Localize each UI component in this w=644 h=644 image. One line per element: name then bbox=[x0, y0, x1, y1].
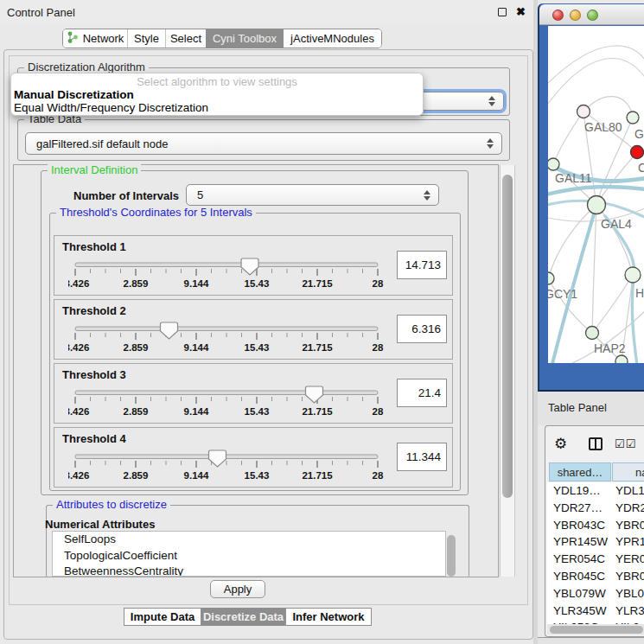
table-row[interactable]: YER054CYER0 bbox=[547, 551, 644, 568]
svg-text:2.859: 2.859 bbox=[124, 470, 149, 481]
svg-text:21.715: 21.715 bbox=[302, 406, 333, 417]
algorithm-option-0[interactable]: Manual Discretization bbox=[14, 88, 134, 101]
tab-infer-network[interactable]: Infer Network bbox=[285, 608, 372, 626]
table-header-shared[interactable]: shared… bbox=[549, 462, 611, 481]
numerical-attributes-label: Numerical Attributes bbox=[45, 518, 155, 531]
tab-discretize-data[interactable]: Discretize Data bbox=[201, 608, 285, 626]
cell-name: YER0 bbox=[615, 552, 644, 565]
svg-text:2.859: 2.859 bbox=[124, 406, 149, 417]
algorithm-dropdown-popup: Select algorithm to view settings Manual… bbox=[10, 73, 424, 116]
svg-text:21.715: 21.715 bbox=[302, 278, 333, 289]
float-window-icon[interactable] bbox=[498, 8, 507, 16]
svg-text:28: 28 bbox=[373, 470, 384, 481]
svg-text:9.144: 9.144 bbox=[184, 406, 209, 417]
threshold-slider[interactable]: -3.4262.8599.14415.4321.71528 bbox=[68, 447, 390, 487]
gear-icon[interactable]: ⚙ bbox=[554, 435, 567, 453]
algorithm-placeholder-item[interactable]: Select algorithm to view settings bbox=[11, 75, 423, 88]
svg-text:-3.426: -3.426 bbox=[68, 406, 89, 417]
attribute-item[interactable]: TopologicalCoefficient bbox=[53, 548, 445, 564]
svg-text:G.: G. bbox=[634, 127, 644, 141]
svg-text:-3.426: -3.426 bbox=[68, 278, 89, 289]
table-row[interactable]: YBR045CYBR0 bbox=[547, 568, 644, 585]
svg-text:15.43: 15.43 bbox=[245, 342, 270, 353]
mac-minimize-button[interactable] bbox=[570, 10, 581, 21]
threshold-label: Threshold 2 bbox=[62, 304, 126, 317]
tab-style[interactable]: Style bbox=[127, 29, 165, 48]
mac-zoom-button[interactable] bbox=[587, 10, 598, 21]
svg-text:GAL4: GAL4 bbox=[601, 217, 632, 231]
tab-network[interactable]: Network bbox=[63, 29, 127, 48]
svg-text:9.144: 9.144 bbox=[184, 342, 209, 353]
svg-text:2.859: 2.859 bbox=[124, 342, 149, 353]
select-columns-checkbox-icons[interactable]: ☑☑ bbox=[615, 437, 636, 450]
attribute-item[interactable]: SelfLoops bbox=[53, 532, 445, 548]
numerical-attributes-list[interactable]: SelfLoopsTopologicalCoefficientBetweenne… bbox=[52, 531, 446, 577]
panel-title: Control Panel bbox=[7, 6, 75, 19]
cell-shared-name: YBL079W bbox=[553, 587, 606, 600]
table-data-combo-value: galFiltered.sif default node bbox=[36, 137, 168, 150]
tab-label: Select bbox=[170, 32, 201, 45]
svg-text:15.43: 15.43 bbox=[245, 470, 270, 481]
split-columns-icon[interactable] bbox=[589, 437, 603, 450]
threshold-slider[interactable]: -3.4262.8599.14415.4321.71528 bbox=[68, 383, 390, 423]
number-of-intervals-label: Number of Intervals bbox=[73, 189, 179, 202]
tab-select[interactable]: Select bbox=[165, 29, 206, 48]
table-row[interactable]: YDL19…YDL1 bbox=[547, 482, 644, 500]
table-header-name[interactable]: na bbox=[612, 462, 644, 481]
number-of-intervals-value: 5 bbox=[197, 188, 203, 201]
number-of-intervals-combobox[interactable]: 5 bbox=[186, 184, 439, 206]
cell-name: YPR1 bbox=[615, 535, 644, 548]
table-data-combobox[interactable]: galFiltered.sif default node bbox=[25, 132, 502, 155]
threshold-value-field[interactable]: 14.713 bbox=[397, 251, 447, 279]
svg-text:28: 28 bbox=[373, 278, 384, 289]
tab-label: Cyni Toolbox bbox=[213, 32, 277, 45]
combo-stepper-icon bbox=[424, 190, 430, 201]
svg-text:21.715: 21.715 bbox=[302, 470, 333, 481]
threshold-slider[interactable]: -3.4262.8599.14415.4321.71528 bbox=[68, 319, 390, 359]
threshold-panel-4: Threshold 411.344-3.4262.8599.14415.4321… bbox=[54, 427, 453, 488]
interval-definition-title: Interval Definition bbox=[48, 163, 141, 176]
table-row[interactable]: YPR145WYPR1 bbox=[547, 533, 644, 551]
horizontal-scrollbar-thumb[interactable] bbox=[550, 626, 643, 634]
svg-text:28: 28 bbox=[373, 406, 384, 417]
network-canvas[interactable]: GAL80G.CGAL11GAL4GCY1HHAP2 bbox=[548, 26, 644, 363]
close-icon[interactable]: ✖ bbox=[516, 5, 526, 18]
threshold-value-field[interactable]: 11.344 bbox=[397, 443, 447, 471]
apply-button[interactable]: Apply bbox=[210, 580, 265, 598]
algorithm-option-1[interactable]: Equal Width/Frequency Discretization bbox=[14, 101, 208, 114]
table-row[interactable]: YLR345WYLR3 bbox=[547, 603, 644, 620]
tab-label: jActiveMNodules bbox=[290, 32, 374, 45]
cell-name: YDR2 bbox=[615, 501, 644, 514]
tab-cyni-toolbox[interactable]: Cyni Toolbox bbox=[206, 29, 284, 48]
control-panel-titlebar: Control Panel ✖ bbox=[0, 0, 538, 24]
svg-text:GAL11: GAL11 bbox=[555, 171, 592, 185]
table-row[interactable]: YBL079WYBL0 bbox=[547, 585, 644, 603]
cell-shared-name: YBR043C bbox=[553, 519, 605, 532]
svg-text:2.859: 2.859 bbox=[124, 278, 149, 289]
threshold-value-field[interactable]: 6.316 bbox=[397, 315, 447, 343]
svg-text:C: C bbox=[638, 161, 644, 175]
threshold-value-field[interactable]: 21.4 bbox=[397, 379, 447, 407]
threshold-slider[interactable]: -3.4262.8599.14415.4321.71528 bbox=[68, 255, 390, 295]
cell-shared-name: YPR145W bbox=[553, 535, 608, 548]
table-row[interactable]: YBR043CYBR0 bbox=[547, 517, 644, 534]
tab-impute-data[interactable]: Impute Data bbox=[124, 608, 201, 626]
table-panel-bar: Table Panel bbox=[538, 392, 644, 425]
tab-label: Network bbox=[83, 32, 124, 45]
attributes-scrollbar-thumb[interactable] bbox=[447, 535, 456, 577]
table-row[interactable]: YDR27…YDR2 bbox=[547, 500, 644, 517]
vertical-scrollbar-thumb[interactable] bbox=[502, 175, 513, 498]
svg-text:GAL80: GAL80 bbox=[584, 120, 622, 134]
attribute-item[interactable]: BetweennessCentrality bbox=[53, 564, 445, 577]
threshold-label: Threshold 3 bbox=[62, 368, 126, 381]
table-panel-footer bbox=[538, 637, 644, 644]
node-table-body[interactable]: YDL19…YDL1YDR27…YDR2YBR043CYBR0YPR145WYP… bbox=[547, 482, 644, 624]
mac-close-button[interactable] bbox=[552, 10, 564, 21]
svg-text:9.144: 9.144 bbox=[184, 470, 209, 481]
tab-jactivemnodules[interactable]: jActiveMNodules bbox=[284, 29, 381, 48]
cell-name: YBR0 bbox=[615, 570, 644, 583]
cell-shared-name: YLR345W bbox=[553, 604, 607, 617]
combo-stepper-icon bbox=[487, 138, 494, 149]
threshold-panel-2: Threshold 26.316-3.4262.8599.14415.4321.… bbox=[54, 299, 453, 360]
tab-label: Style bbox=[134, 32, 159, 45]
